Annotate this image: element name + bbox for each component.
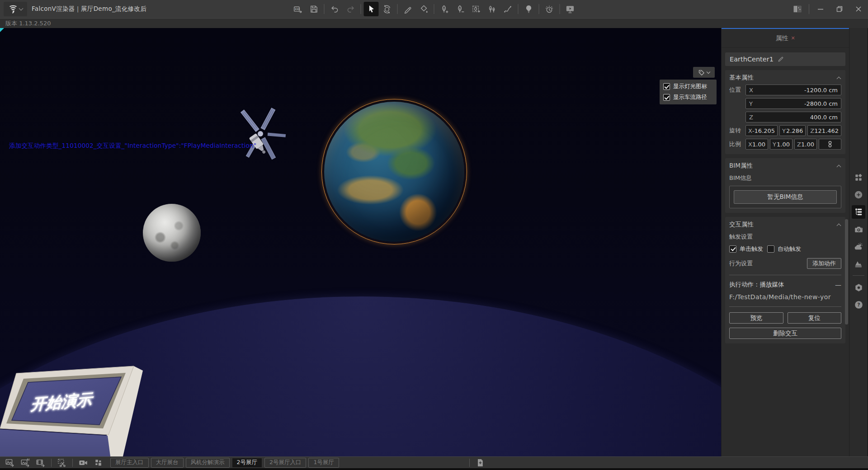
section-header[interactable]: 交互属性: [729, 221, 841, 229]
app-window: FalconV渲染器｜展厅Demo_流化修改后 EXE: [0, 0, 868, 470]
close-button[interactable]: [849, 0, 868, 18]
orbit-tool-icon[interactable]: [380, 2, 395, 16]
weather-icon[interactable]: [852, 240, 865, 253]
properties-panel: 属性 ✕ EarthCenter1 基本属性 位置: [721, 28, 849, 456]
minimize-button[interactable]: [811, 0, 830, 18]
delete-interaction-button[interactable]: 删除交互: [729, 328, 841, 339]
checkbox-show-lights[interactable]: [663, 83, 670, 90]
time-tool-icon[interactable]: [542, 2, 557, 16]
redo-icon[interactable]: [343, 2, 358, 16]
grid-view-icon[interactable]: [92, 457, 105, 468]
rotation-x-field[interactable]: X -16.205: [745, 125, 778, 136]
tab-close-icon[interactable]: ✕: [791, 35, 795, 41]
display-options-button[interactable]: [693, 67, 715, 78]
add-action-button[interactable]: 添加动作: [807, 258, 841, 269]
vegetation-group-icon[interactable]: [485, 2, 500, 16]
section-header[interactable]: BIM属性: [729, 162, 841, 170]
scale-x-field[interactable]: X 1.00: [745, 139, 768, 150]
select-tool-icon[interactable]: [364, 2, 379, 16]
position-x-field[interactable]: X -1200.0 cm: [745, 85, 841, 95]
display-options-menu: 显示灯光图标 显示车流路径: [660, 80, 717, 104]
undo-icon[interactable]: [327, 2, 342, 16]
rotation-y-field[interactable]: Y 2.286: [779, 125, 806, 136]
maximize-button[interactable]: [830, 0, 849, 18]
tag-icon: [698, 69, 705, 76]
vegetation-select-icon[interactable]: [469, 2, 484, 16]
app-logo-menu[interactable]: [4, 2, 27, 16]
bim-empty-button[interactable]: 暂无BIM信息: [734, 190, 837, 204]
bim-properties-section: BIM属性 BIM信息 暂无BIM信息: [725, 158, 845, 213]
video-export-icon[interactable]: [34, 457, 47, 468]
hint-action: 聚焦选中物体: [6, 456, 55, 456]
camera-icon[interactable]: [852, 222, 865, 236]
reset-button[interactable]: 复位: [788, 312, 842, 324]
screenshot-crop-icon[interactable]: [56, 457, 68, 468]
presentation-tool-icon[interactable]: [563, 2, 578, 16]
light-tool-icon[interactable]: [521, 2, 536, 16]
properties-tab-bar[interactable]: 属性 ✕: [722, 28, 849, 48]
collapse-icon[interactable]: [837, 164, 841, 169]
checkbox-click-trigger[interactable]: [729, 245, 736, 253]
rotation-z-field[interactable]: Z 121.462: [807, 125, 841, 136]
falcon-logo-icon: [9, 5, 18, 14]
viewport-3d[interactable]: 添加交互动作类型_11010002_交互设置_"InteractionType"…: [0, 28, 721, 456]
scene-tab[interactable]: 1号展厅: [308, 458, 339, 468]
vegetation-add-icon[interactable]: [437, 2, 452, 16]
checkbox-show-traffic[interactable]: [663, 94, 670, 101]
panel-layout-icon[interactable]: [788, 0, 807, 18]
scale-z-field[interactable]: Z 1.00: [794, 139, 817, 150]
viewport-corner-marker: [0, 28, 4, 32]
section-title: 交互属性: [729, 221, 754, 229]
edit-name-icon[interactable]: [778, 56, 784, 62]
checkbox-label: 显示灯光图标: [673, 83, 707, 90]
widgets-icon[interactable]: [852, 171, 865, 184]
add-scene-icon[interactable]: [474, 457, 486, 468]
vegetation-remove-icon[interactable]: [453, 2, 468, 16]
scale-y-field[interactable]: Y 1.00: [770, 139, 793, 150]
bim-info-box: 暂无BIM信息: [729, 186, 841, 208]
preview-button[interactable]: 预览: [729, 312, 783, 324]
image-export-icon[interactable]: [4, 457, 16, 468]
export-exe-icon[interactable]: EXE: [291, 2, 306, 16]
position-z-field[interactable]: Z 400.0 cm: [745, 112, 841, 122]
trigger-click[interactable]: 单击触发: [729, 245, 763, 253]
scale-link-toggle[interactable]: [819, 139, 841, 150]
remove-action-button[interactable]: —: [835, 281, 841, 288]
add-camera-icon[interactable]: [77, 457, 90, 468]
earth-object[interactable]: [324, 102, 464, 242]
scene-tab[interactable]: 风机分解演示: [186, 458, 230, 468]
scene-tab-active[interactable]: 2号展厅: [232, 458, 262, 468]
trigger-auto[interactable]: 自动触发: [767, 245, 801, 253]
checkbox-label: 自动触发: [778, 245, 801, 253]
path-tool-icon[interactable]: [500, 2, 515, 16]
scene-tab[interactable]: 2号展厅入口: [264, 458, 306, 468]
menu-item-show-traffic[interactable]: 显示车流路径: [663, 94, 713, 101]
collapse-icon[interactable]: [837, 223, 841, 228]
window-controls: [788, 0, 868, 18]
save-icon[interactable]: [307, 2, 321, 16]
hint-key: F: [55, 456, 59, 457]
settings-icon[interactable]: [852, 281, 865, 294]
scrollbar-thumb[interactable]: [845, 219, 848, 324]
ai-image-export-icon[interactable]: AI: [19, 457, 32, 468]
action-title: 执行动作：播放媒体: [729, 281, 784, 289]
scene-tab[interactable]: 大厅展台: [151, 458, 184, 468]
collapse-icon[interactable]: [837, 76, 841, 81]
scene-tab[interactable]: 展厅主入口: [110, 458, 149, 468]
presentation-kiosk-object[interactable]: 开始演示: [0, 358, 145, 456]
position-y-field[interactable]: Y -2800.0 cm: [745, 98, 841, 109]
section-header[interactable]: 基本属性: [729, 74, 841, 82]
help-icon[interactable]: ?: [852, 298, 865, 311]
main-toolbar: EXE: [291, 0, 578, 18]
pen-tool-icon[interactable]: [401, 2, 415, 16]
fill-tool-icon[interactable]: [416, 2, 431, 16]
moon-object[interactable]: [143, 204, 201, 262]
satellite-object[interactable]: [231, 99, 294, 169]
sphere-effect-icon[interactable]: [852, 188, 865, 202]
panel-scrollbar[interactable]: [845, 50, 848, 454]
checkbox-auto-trigger[interactable]: [767, 245, 774, 253]
menu-item-show-lights[interactable]: 显示灯光图标: [663, 83, 713, 90]
terrain-icon[interactable]: [852, 257, 865, 270]
basic-properties-section: 基本属性 位置 X -1200.0 cm Y: [725, 70, 845, 154]
outline-tree-icon[interactable]: [852, 205, 865, 219]
